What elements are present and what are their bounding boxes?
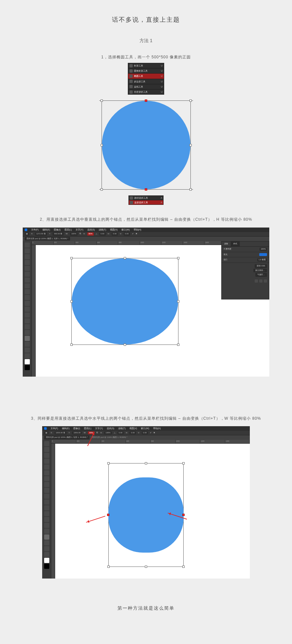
- hand-tool-icon[interactable]: [25, 347, 30, 353]
- lasso-tool-icon[interactable]: [44, 453, 49, 458]
- wand-tool-icon[interactable]: [25, 260, 30, 265]
- type-tool-icon[interactable]: [44, 529, 49, 534]
- eyedropper-tool-icon[interactable]: [25, 272, 30, 277]
- menu-select[interactable]: 选择(S): [107, 427, 114, 430]
- tool-rectangle[interactable]: 矩形工具: [134, 64, 143, 67]
- tool-line[interactable]: 直线工具: [134, 85, 143, 88]
- handle-tr[interactable]: [182, 462, 185, 464]
- opt-y-input[interactable]: 1006.00: [72, 431, 82, 435]
- bg-color-swatch[interactable]: [44, 564, 49, 569]
- anchor-right[interactable]: [182, 514, 185, 516]
- handle-br[interactable]: [177, 344, 179, 346]
- opt-skewv-input[interactable]: 0.00: [124, 232, 130, 236]
- menu-help[interactable]: 帮助(H): [153, 427, 161, 430]
- pen-tool-icon[interactable]: [25, 324, 30, 329]
- menu-type[interactable]: 文字(Y): [95, 427, 103, 430]
- crop-tool-icon[interactable]: [25, 266, 30, 271]
- blur-tool-icon[interactable]: [25, 312, 30, 318]
- tool-rounded-rect[interactable]: 圆角矩形工具: [134, 69, 148, 73]
- handle-tr[interactable]: [189, 100, 192, 102]
- menu-window[interactable]: 窗口(W): [121, 228, 129, 231]
- handle-bl[interactable]: [107, 566, 110, 568]
- properties-panel[interactable]: 调整 样式 不透明度100% 填充 切口1.0 像素 复制 CSS 新注形状… …: [221, 241, 269, 299]
- zoom-tool-icon[interactable]: [44, 552, 49, 557]
- handle-mr[interactable]: [177, 300, 179, 302]
- handle-tl[interactable]: [70, 257, 73, 259]
- opt-h-input[interactable]: 100%: [104, 431, 112, 435]
- handle-tl[interactable]: [107, 462, 110, 464]
- opt-skewv-input[interactable]: 0.00: [142, 431, 148, 435]
- menu-layer[interactable]: 图层(L): [84, 427, 91, 430]
- crop-tool-icon[interactable]: [44, 464, 49, 470]
- handle-mb[interactable]: [124, 344, 126, 346]
- brush-tool-icon[interactable]: [44, 482, 49, 487]
- stamp-tool-icon[interactable]: [44, 488, 49, 493]
- marquee-tool-icon[interactable]: [25, 248, 30, 253]
- handle-bl[interactable]: [101, 188, 103, 191]
- cancel-icon[interactable]: ✖: [136, 232, 137, 236]
- history-brush-tool-icon[interactable]: [25, 295, 30, 300]
- panel-btn-copycss[interactable]: 复制 CSS: [255, 264, 267, 268]
- panel-btn-selection[interactable]: 与选区…: [255, 273, 267, 277]
- heal-tool-icon[interactable]: [25, 277, 30, 283]
- menu-filter[interactable]: 滤镜(T): [118, 427, 126, 430]
- document-tabbar[interactable]: 圆角矩形.psd @ 100% (椭圆 1, 矩形 1, RGB/8) *: [23, 237, 269, 241]
- handle-mt[interactable]: [145, 462, 147, 464]
- handle-tl[interactable]: [101, 100, 103, 102]
- panel-stroke-value[interactable]: 1.0 像素: [257, 258, 267, 262]
- marquee-tool-icon[interactable]: [44, 447, 49, 452]
- squircle-shape[interactable]: [108, 477, 184, 553]
- opt-x-input[interactable]: 1272.50 像: [35, 232, 47, 236]
- opt-y-input[interactable]: 993.50 像: [53, 232, 64, 236]
- handle-ml[interactable]: [70, 300, 73, 302]
- gradient-tool-icon[interactable]: [44, 505, 49, 510]
- stamp-tool-icon[interactable]: [25, 289, 30, 294]
- tools-panel[interactable]: [23, 241, 32, 377]
- ruler-y[interactable]: [32, 245, 36, 377]
- lasso-tool-icon[interactable]: [25, 254, 30, 259]
- handle-br[interactable]: [182, 566, 185, 568]
- menu-filter[interactable]: 滤镜(T): [99, 228, 106, 231]
- panel-icon-c[interactable]: [264, 279, 267, 283]
- tool-path-select[interactable]: 路径选择工具: [134, 196, 148, 200]
- menu-help[interactable]: 帮助(H): [134, 228, 141, 231]
- menu-edit[interactable]: 编辑(E): [43, 228, 50, 231]
- opt-skewh-input[interactable]: 0.00: [129, 431, 136, 435]
- handle-bl[interactable]: [70, 344, 73, 346]
- hand-tool-icon[interactable]: [44, 546, 49, 551]
- menu-image[interactable]: 图像(I): [54, 228, 61, 231]
- opt-w-input[interactable]: 100%: [70, 232, 78, 236]
- blur-tool-icon[interactable]: [44, 511, 49, 516]
- opt-reference-icon[interactable]: ▦: [25, 232, 29, 236]
- opt-reference-icon[interactable]: ▦: [44, 431, 49, 435]
- opt-angle-input[interactable]: 0.00: [99, 232, 106, 236]
- panel-fill-swatch[interactable]: [259, 253, 267, 256]
- menu-layer[interactable]: 图层(L): [65, 228, 72, 231]
- canvas[interactable]: [55, 444, 250, 579]
- handle-mt[interactable]: [145, 100, 147, 102]
- opt-link-icon[interactable]: ⛓: [96, 431, 98, 435]
- handle-mb[interactable]: [145, 566, 147, 568]
- menu-image[interactable]: 图像(I): [73, 427, 80, 430]
- fg-color-swatch[interactable]: [25, 359, 30, 364]
- dodge-tool-icon[interactable]: [25, 318, 30, 323]
- move-tool-icon[interactable]: [25, 242, 30, 248]
- heal-tool-icon[interactable]: [44, 476, 49, 481]
- opt-angle-input[interactable]: 0.00: [117, 431, 124, 435]
- tool-custom-shape[interactable]: 自定形状工具: [134, 90, 148, 94]
- panel-tab-adjust[interactable]: 调整: [222, 241, 231, 247]
- panel-opacity-value[interactable]: 100%: [260, 248, 267, 251]
- document-tab[interactable]: 圆角矩形.psd @ 100% (椭圆 1, 矩形 1, RGB/8) *: [44, 436, 90, 439]
- commit-icon[interactable]: ✔: [132, 232, 134, 236]
- commit-icon[interactable]: ✔: [150, 431, 152, 435]
- tools-panel[interactable]: [42, 440, 51, 579]
- gradient-tool-icon[interactable]: [25, 307, 30, 312]
- tool-ellipse[interactable]: 椭圆工具: [134, 74, 143, 78]
- wand-tool-icon[interactable]: [44, 459, 49, 464]
- eraser-tool-icon[interactable]: [44, 499, 49, 505]
- move-tool-icon[interactable]: [44, 441, 49, 446]
- transform-bbox[interactable]: [102, 100, 191, 190]
- handle-mt[interactable]: [124, 257, 126, 259]
- fg-color-swatch[interactable]: [44, 558, 49, 563]
- zoom-tool-icon[interactable]: [25, 353, 30, 358]
